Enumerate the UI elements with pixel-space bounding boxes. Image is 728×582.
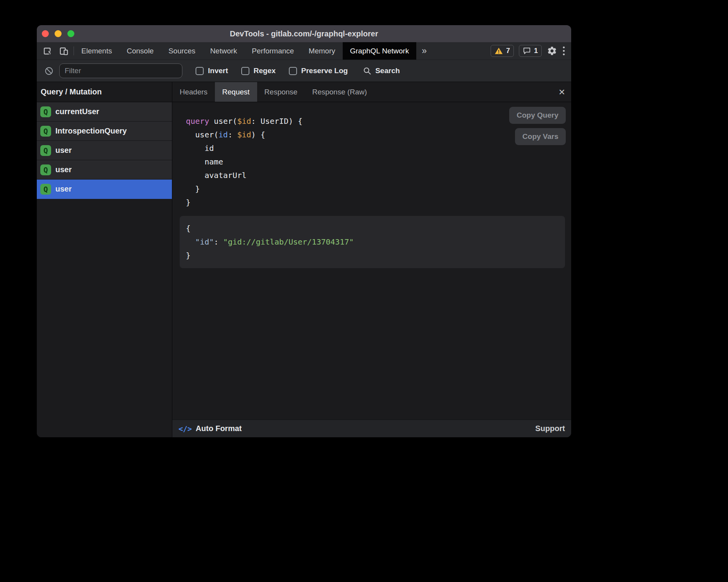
copy-vars-button[interactable]: Copy Vars: [515, 128, 566, 145]
message-count: 1: [534, 47, 538, 55]
devtools-panel-tabs: Elements Console Sources Network Perform…: [74, 42, 432, 60]
speech-bubble-icon: [523, 47, 531, 55]
tab-network[interactable]: Network: [203, 42, 245, 60]
tab-graphql-network[interactable]: GraphQL Network: [343, 42, 416, 60]
query-type-badge: Q: [40, 106, 51, 117]
tab-performance[interactable]: Performance: [244, 42, 301, 60]
code-token: user(: [186, 130, 218, 139]
code-token: id: [186, 144, 214, 153]
code-token: "id": [195, 237, 214, 246]
search-icon: [362, 66, 372, 75]
clear-block-icon[interactable]: [44, 66, 54, 76]
minimize-window-button[interactable]: [55, 30, 62, 37]
auto-format-button[interactable]: </> Auto Format: [179, 424, 242, 433]
code-token: $id: [237, 116, 251, 126]
devtools-toolbar: Elements Console Sources Network Perform…: [37, 42, 571, 60]
invert-checkbox-group[interactable]: Invert: [196, 67, 228, 75]
query-label: IntrospectionQuery: [55, 127, 127, 135]
query-sidebar: Query / Mutation Q currentUser Q Introsp…: [37, 82, 172, 437]
code-line: user(id: $id) {: [186, 128, 501, 142]
query-list-item[interactable]: Q IntrospectionQuery: [37, 122, 172, 141]
query-type-badge: Q: [40, 145, 51, 156]
auto-format-label: Auto Format: [196, 424, 242, 433]
detail-tab-response[interactable]: Response: [257, 82, 305, 102]
preserve-log-label: Preserve Log: [301, 67, 348, 75]
kebab-menu-icon[interactable]: [562, 46, 565, 56]
code-line: name: [186, 155, 501, 169]
settings-gear-icon[interactable]: [547, 46, 557, 56]
query-list-item-selected[interactable]: Q user: [37, 180, 172, 199]
code-line: }: [186, 249, 559, 262]
preserve-log-checkbox[interactable]: [289, 67, 297, 75]
invert-checkbox[interactable]: [196, 67, 204, 75]
close-window-button[interactable]: [42, 30, 49, 37]
code-line: query user($id: UserID) {: [186, 115, 501, 128]
filter-bar: Invert Regex Preserve Log Search: [37, 60, 571, 82]
code-line: {: [186, 222, 559, 235]
variables-panel: { "id": "gid://gitlab/User/13704317" }: [180, 216, 565, 268]
filter-input[interactable]: [59, 63, 182, 78]
query-list-item[interactable]: Q currentUser: [37, 102, 172, 122]
toolbar-left-icons: [37, 42, 74, 60]
sidebar-header: Query / Mutation: [37, 82, 172, 102]
tab-elements[interactable]: Elements: [74, 42, 119, 60]
detail-tab-headers[interactable]: Headers: [172, 82, 215, 102]
code-token: :: [214, 237, 223, 246]
query-type-badge: Q: [40, 164, 51, 175]
code-line: }: [186, 196, 501, 209]
code-token: }: [186, 184, 200, 193]
search-control[interactable]: Search: [362, 66, 400, 75]
code-token: {: [186, 224, 191, 233]
query-list-item[interactable]: Q user: [37, 141, 172, 160]
search-label: Search: [375, 67, 400, 75]
request-query-code: query user($id: UserID) { user(id: $id) …: [186, 115, 501, 209]
query-type-badge: Q: [40, 184, 51, 195]
more-tabs-button[interactable]: »: [416, 42, 432, 60]
warning-triangle-icon: [494, 47, 503, 55]
maximize-window-button[interactable]: [67, 30, 74, 37]
preserve-log-checkbox-group[interactable]: Preserve Log: [289, 67, 348, 75]
code-token: :: [228, 130, 237, 139]
close-detail-icon[interactable]: ×: [559, 87, 565, 98]
code-line: id: [186, 142, 501, 155]
messages-badge[interactable]: 1: [519, 45, 542, 57]
code-token: }: [186, 251, 191, 260]
support-link[interactable]: Support: [535, 424, 565, 433]
copy-buttons: Copy Query Copy Vars: [509, 107, 566, 145]
variables-code: { "id": "gid://gitlab/User/13704317" }: [186, 222, 559, 262]
query-label: user: [55, 185, 72, 193]
code-token: avatarUrl: [186, 171, 247, 180]
main-area: Query / Mutation Q currentUser Q Introsp…: [37, 82, 571, 437]
code-token: }: [186, 198, 191, 207]
detail-tab-bar: Headers Request Response Response (Raw) …: [172, 82, 571, 102]
regex-checkbox[interactable]: [241, 67, 249, 75]
query-label: user: [55, 146, 72, 155]
code-token: ) {: [251, 130, 265, 139]
device-toolbar-icon[interactable]: [59, 46, 69, 56]
devtools-window: DevTools - gitlab.com/-/graphql-explorer…: [37, 25, 571, 437]
detail-tab-response-raw[interactable]: Response (Raw): [305, 82, 374, 102]
copy-query-button[interactable]: Copy Query: [509, 107, 566, 124]
query-label: currentUser: [55, 107, 99, 116]
tab-sources[interactable]: Sources: [161, 42, 203, 60]
code-token: "gid://gitlab/User/13704317": [223, 237, 354, 246]
regex-checkbox-group[interactable]: Regex: [241, 67, 276, 75]
warnings-badge[interactable]: 7: [491, 45, 514, 57]
regex-label: Regex: [254, 67, 276, 75]
code-token: user(: [209, 116, 237, 126]
code-token: query: [186, 116, 209, 126]
code-token: : UserID) {: [251, 116, 302, 126]
warning-count: 7: [506, 47, 510, 55]
inspect-element-icon[interactable]: [43, 46, 53, 56]
window-title: DevTools - gitlab.com/-/graphql-explorer: [230, 29, 378, 38]
code-token: id: [218, 130, 228, 139]
code-token: name: [186, 157, 223, 166]
query-list-item[interactable]: Q user: [37, 160, 172, 180]
toolbar-right-icons: 7 1: [491, 42, 571, 60]
tab-memory[interactable]: Memory: [301, 42, 343, 60]
titlebar: DevTools - gitlab.com/-/graphql-explorer: [37, 25, 571, 42]
code-line: }: [186, 182, 501, 196]
detail-tab-request[interactable]: Request: [215, 82, 257, 102]
tab-console[interactable]: Console: [119, 42, 161, 60]
traffic-lights: [42, 25, 74, 42]
